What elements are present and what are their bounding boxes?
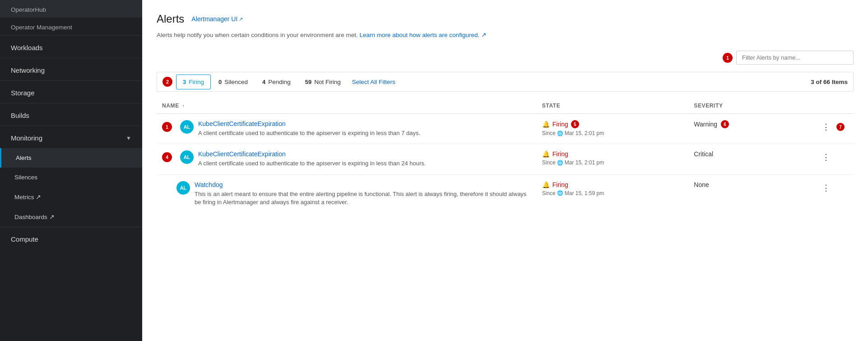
state-badge-5: 5 [571,120,579,128]
kebab-menu-btn-1[interactable]: ⋮ [818,120,834,134]
table-row: 4 AL KubeClientCertificateExpiration A c… [157,144,854,174]
alert-actions-cell-3: ⋮ [813,174,854,213]
alert-severity-cell-3: None [688,174,813,213]
alert-name-cell-3: AL Watchdog This is an alert meant to en… [157,174,537,213]
bell-icon-1: 🔔 [542,121,550,128]
actions-badge-7: 7 [836,123,845,131]
alert-description-2: A client certificate used to authenticat… [198,159,426,168]
clock-icon-2: 🌐 [557,160,563,166]
alerts-table: NAME ↑ STATE SEVERITY 1 AL [157,99,854,213]
alert-name-link-1[interactable]: KubeClientCertificateExpiration [198,120,420,127]
external-link-icon: ↗ [239,16,243,22]
tab-firing[interactable]: 3 Firing [176,75,211,89]
alert-actions-cell-2: ⋮ [813,144,854,174]
sidebar-item-alerts[interactable]: Alerts [0,148,142,168]
row-badge-3: 1 [162,122,172,132]
sidebar-item-silences[interactable]: Silences [0,168,142,187]
sidebar: OperatorHub Operator Management Workload… [0,0,142,341]
tab-not-firing[interactable]: 59 Not Firing [298,75,348,89]
sidebar-item-operator-management[interactable]: Operator Management [0,18,142,35]
filters-badge-2: 2 [162,77,172,87]
kebab-menu-btn-3[interactable]: ⋮ [818,181,834,195]
th-severity: SEVERITY [688,99,813,114]
sidebar-item-dashboards[interactable]: Dashboards ↗ [0,207,142,227]
filters-bar: 2 3 Firing 0 Silenced 4 Pending 59 Not F… [157,72,854,92]
table-header-row: NAME ↑ STATE SEVERITY [157,99,854,114]
since-text-3: Since 🌐 Mar 15, 1:59 pm [542,190,683,196]
alert-name-cell-1: 1 AL KubeClientCertificateExpiration A c… [157,114,537,144]
sidebar-group-workloads[interactable]: Workloads [0,36,142,58]
th-actions [813,99,854,114]
alert-description-1: A client certificate used to authenticat… [198,129,420,137]
row-badge-4: 4 [162,152,172,162]
bell-icon-2: 🔔 [542,150,550,158]
page-description: Alerts help notify you when certain cond… [157,31,854,40]
sidebar-group-monitoring[interactable]: Monitoring ▼ [0,126,142,148]
alert-description-3: This is an alert meant to ensure that th… [195,190,531,206]
alert-state-cell-1: 🔔 Firing 5 Since 🌐 Mar 15, 2:01 pm [537,114,689,144]
th-name: NAME ↑ [157,99,537,114]
avatar-2: AL [180,150,194,164]
page-title-row: Alerts Alertmanager UI ↗ [157,13,854,25]
alert-severity-cell-1: Warning 6 [688,114,813,144]
severity-badge-6: 6 [721,120,729,128]
sort-icon: ↑ [182,103,185,108]
kebab-menu-btn-2[interactable]: ⋮ [818,150,834,164]
alert-state-cell-3: 🔔 Firing Since 🌐 Mar 15, 1:59 pm [537,174,689,213]
items-count: 3 of 66 Items [811,79,848,85]
table-row: AL Watchdog This is an alert meant to en… [157,174,854,213]
alert-name-cell-2: 4 AL KubeClientCertificateExpiration A c… [157,144,537,174]
alert-state-cell-2: 🔔 Firing Since 🌐 Mar 15, 2:01 pm [537,144,689,174]
learn-more-link[interactable]: Learn more about how alerts are configur… [360,32,487,38]
alert-actions-cell-1: ⋮ 7 [813,114,854,144]
select-all-filters-link[interactable]: Select All Filters [352,79,395,85]
clock-icon-3: 🌐 [557,190,563,196]
chevron-down-icon: ▼ [126,135,131,141]
tab-silenced[interactable]: 0 Silenced [212,75,255,89]
sidebar-group-networking[interactable]: Networking [0,58,142,80]
main-content: Alerts Alertmanager UI ↗ Alerts help not… [142,0,868,341]
alert-severity-cell-2: Critical [688,144,813,174]
filter-row: 1 [157,51,854,65]
alert-name-link-3[interactable]: Watchdog [195,181,531,188]
sidebar-item-operatorhub[interactable]: OperatorHub [0,0,142,18]
avatar-1: AL [180,120,194,134]
filter-input[interactable] [736,51,854,65]
sidebar-group-storage[interactable]: Storage [0,81,142,103]
since-text-1: Since 🌐 Mar 15, 2:01 pm [542,130,683,136]
external-link-icon-2: ↗ [481,32,487,38]
bell-icon-3: 🔔 [542,181,550,188]
page-title: Alerts [157,13,184,25]
since-text-2: Since 🌐 Mar 15, 2:01 pm [542,159,683,166]
th-state: STATE [537,99,689,114]
alertmanager-ui-link[interactable]: Alertmanager UI ↗ [191,15,243,23]
clock-icon-1: 🌐 [557,131,563,136]
filter-input-wrap: 1 [723,51,854,65]
alert-name-link-2[interactable]: KubeClientCertificateExpiration [198,150,426,158]
tab-pending[interactable]: 4 Pending [255,75,297,89]
table-row: 1 AL KubeClientCertificateExpiration A c… [157,114,854,144]
avatar-3: AL [176,181,190,195]
sidebar-group-compute[interactable]: Compute [0,227,142,249]
sidebar-group-builds[interactable]: Builds [0,103,142,126]
sidebar-item-metrics[interactable]: Metrics ↗ [0,187,142,207]
filter-badge-1: 1 [723,53,733,63]
